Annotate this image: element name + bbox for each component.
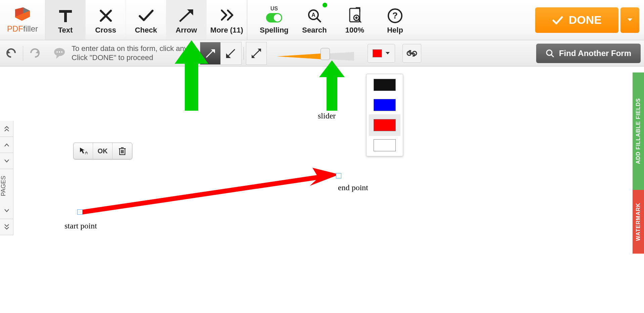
done-dropdown[interactable] (620, 7, 639, 33)
svg-point-15 (547, 50, 552, 55)
arrow-double-icon (250, 47, 263, 60)
tool-help[interactable]: ? Help (375, 0, 415, 40)
svg-marker-11 (277, 53, 324, 59)
tutorial-pointer-slider-icon (319, 60, 345, 111)
annotation-slider: slider (318, 111, 336, 120)
slider-handle[interactable] (320, 48, 330, 60)
ok-button[interactable]: OK (93, 143, 113, 159)
color-picker-button[interactable] (368, 44, 395, 63)
cursor-move-icon (79, 146, 88, 156)
svg-marker-17 (319, 60, 345, 111)
search-icon (546, 49, 554, 58)
tool-more[interactable]: More (11) (207, 0, 247, 40)
arrow-icon (177, 6, 196, 26)
link-icon (406, 49, 417, 57)
color-option-black[interactable] (374, 79, 396, 91)
selection-toolbar: OK (73, 143, 132, 159)
pages-prev[interactable] (0, 137, 13, 153)
find-another-form-button[interactable]: Find Another Form (536, 44, 641, 63)
tool-zoom[interactable]: 100% (335, 0, 375, 40)
tool-search[interactable]: A Search (294, 0, 335, 40)
more-icon (219, 6, 234, 26)
redo-icon (30, 48, 41, 58)
svg-point-9 (61, 51, 62, 53)
arrow-end-handle[interactable] (336, 173, 341, 178)
move-button[interactable] (74, 143, 93, 159)
chevron-up-icon (4, 143, 10, 147)
undo-icon (5, 48, 16, 58)
arrow-start-handle[interactable] (77, 209, 83, 215)
pages-next2[interactable] (0, 203, 13, 219)
arrow-style-backward[interactable] (221, 42, 242, 65)
tool-arrow[interactable]: Arrow (166, 0, 207, 40)
check-icon (552, 14, 563, 26)
divider (244, 47, 244, 60)
thickness-slider[interactable] (277, 47, 354, 60)
tutorial-pointer-arrow-icon (175, 40, 208, 114)
color-swatch-icon (373, 49, 382, 57)
svg-text:?: ? (392, 10, 398, 20)
chevron-double-down-icon (4, 223, 10, 230)
notification-dot-icon (323, 3, 327, 7)
pages-sidebar: PAGES (0, 121, 13, 235)
pages-first[interactable] (0, 121, 13, 137)
chevron-down-icon (4, 159, 10, 163)
done-button[interactable]: DONE (535, 7, 618, 33)
svg-point-7 (56, 51, 58, 53)
slider-fill-icon (277, 51, 324, 61)
document-canvas[interactable]: slider OK start point end point (13, 67, 633, 313)
tool-check[interactable]: Check (126, 0, 166, 40)
hint-bubble-icon (53, 47, 66, 60)
zoom-icon (347, 6, 362, 26)
trash-icon (118, 147, 126, 155)
brand-text: PDFfiller (7, 24, 38, 34)
annotation-start: start point (65, 221, 97, 230)
color-option-blue[interactable] (374, 99, 396, 111)
arrow-sw-icon (224, 47, 238, 60)
color-popup (366, 74, 403, 156)
help-icon: ? (387, 6, 403, 26)
tool-cross[interactable]: Cross (86, 0, 126, 40)
tool-spelling[interactable]: US Spelling (254, 0, 294, 40)
spelling-toggle-icon (266, 13, 282, 22)
svg-rect-14 (410, 53, 414, 54)
spelling-lang-label: US (270, 6, 278, 12)
chevron-double-up-icon (4, 125, 10, 132)
link-button[interactable] (402, 44, 421, 63)
svg-line-19 (81, 177, 319, 212)
arrow-style-double[interactable] (246, 42, 267, 65)
text-icon (56, 6, 75, 26)
tab-add-fillable-fields[interactable]: ADD FILLABLE FIELDS (633, 72, 644, 190)
delete-button[interactable] (113, 143, 132, 159)
chevron-down-icon (4, 208, 10, 213)
check-icon (137, 6, 155, 26)
chevron-down-icon (385, 52, 390, 55)
pages-label: PAGES (0, 169, 13, 203)
color-option-white[interactable] (374, 139, 396, 151)
svg-marker-16 (175, 40, 208, 111)
annotation-end: end point (338, 183, 368, 192)
user-arrow-object[interactable] (77, 168, 346, 221)
svg-point-8 (59, 51, 60, 53)
pages-last[interactable] (0, 219, 13, 235)
redo-button[interactable] (28, 46, 43, 61)
color-option-red[interactable] (374, 119, 396, 131)
pages-next[interactable] (0, 153, 13, 169)
search-icon: A (306, 6, 323, 26)
tab-watermark[interactable]: WATERMARK (633, 190, 644, 254)
brand-logo[interactable]: PDFfiller (0, 0, 45, 40)
tool-text[interactable]: Text (45, 0, 86, 40)
divider (23, 46, 23, 61)
svg-text:A: A (311, 12, 315, 18)
cross-icon (97, 6, 114, 26)
chevron-down-icon (627, 18, 633, 22)
undo-button[interactable] (3, 46, 18, 61)
pdffiller-logo-icon (13, 7, 32, 22)
